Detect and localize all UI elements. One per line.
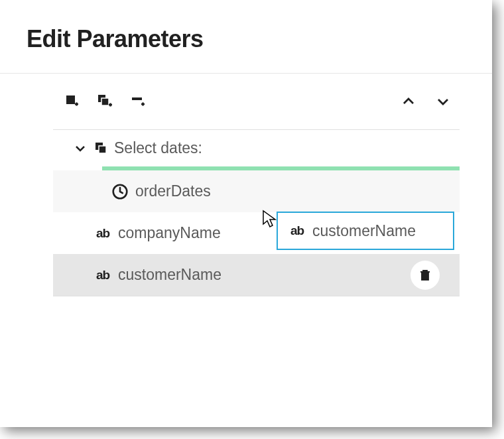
item-label: companyName xyxy=(118,224,221,242)
trash-icon xyxy=(418,269,432,282)
page-title: Edit Parameters xyxy=(27,25,466,53)
drag-ghost: ab customerName xyxy=(277,212,454,250)
chevron-down-icon xyxy=(436,95,450,108)
tree-item-orderdates[interactable]: orderDates xyxy=(53,170,460,212)
svg-rect-0 xyxy=(66,95,75,104)
clock-icon xyxy=(111,183,129,200)
add-node-icon xyxy=(64,94,80,109)
chevron-up-icon xyxy=(402,95,415,108)
text-type-icon: ab xyxy=(94,267,111,284)
edit-parameters-panel: Edit Parameters xyxy=(0,0,492,427)
toolbar-right xyxy=(399,92,452,111)
svg-rect-3 xyxy=(132,97,142,100)
text-type-icon: ab xyxy=(94,225,111,242)
delete-button[interactable] xyxy=(410,261,440,290)
toolbar-left xyxy=(63,92,148,111)
tree-item-customername[interactable]: ab customerName xyxy=(53,254,460,296)
item-label: orderDates xyxy=(135,182,211,200)
toolbar xyxy=(0,74,492,129)
drag-ghost-label: customerName xyxy=(312,222,416,240)
panel-header: Edit Parameters xyxy=(0,0,492,73)
group-header[interactable]: Select dates: xyxy=(53,130,460,166)
expand-button[interactable] xyxy=(434,92,452,111)
group-icon xyxy=(94,141,109,156)
group-label: Select dates: xyxy=(114,139,202,157)
collapse-button[interactable] xyxy=(399,92,418,111)
add-group-icon xyxy=(97,94,114,109)
svg-rect-2 xyxy=(101,98,109,105)
text-type-icon: ab xyxy=(288,222,306,239)
group-toggle-icon[interactable] xyxy=(73,141,88,156)
item-label: customerName xyxy=(118,266,221,284)
svg-rect-5 xyxy=(99,146,106,153)
add-group-button[interactable] xyxy=(96,92,115,111)
add-separator-button[interactable] xyxy=(129,92,148,111)
add-separator-icon xyxy=(131,94,147,109)
add-node-button[interactable] xyxy=(63,92,82,111)
